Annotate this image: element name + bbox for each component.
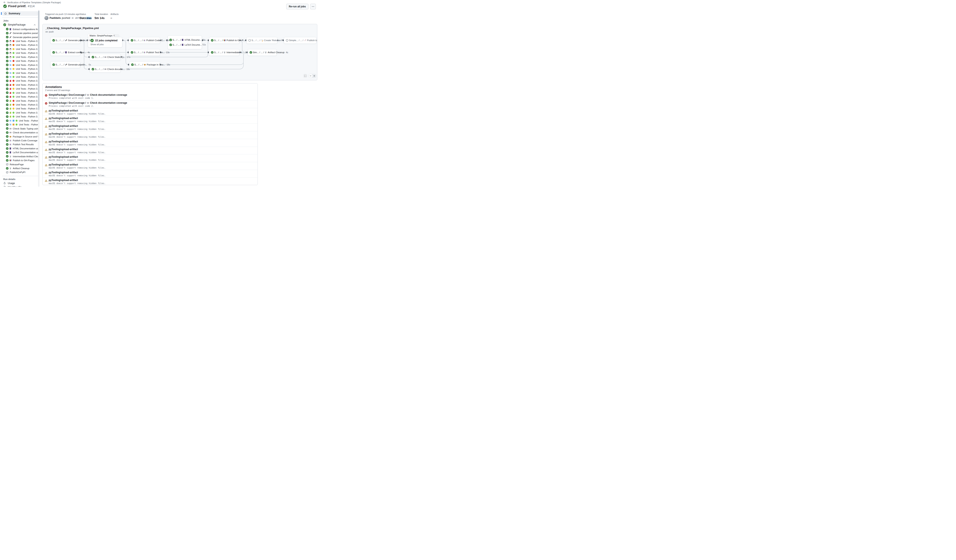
sidebar-job-item[interactable]: Unit Tests - Python 3.10 xyxy=(0,83,40,87)
annotation-job-link[interactable]: pyTooling/upload-artifact xyxy=(49,109,78,112)
sidebar-job-item[interactable]: Publish Code Coverage Results xyxy=(0,138,40,142)
chevron-up-icon[interactable] xyxy=(33,24,36,26)
matrix-group-card[interactable]: 22 jobs completed Show all jobs xyxy=(88,37,122,47)
annotation-job-link[interactable]: pyTooling/upload-artifact xyxy=(49,148,78,151)
sidebar-job-item[interactable]: Unit Tests - Python 3.12 xyxy=(0,123,40,127)
node-duration: 0s xyxy=(88,39,91,42)
zoom-out-button[interactable] xyxy=(309,74,312,77)
graph-node-gen1[interactable]: S... / ... /Generate pipelin...0s xyxy=(50,37,80,44)
sidebar-job-item[interactable]: Publish Test Results xyxy=(0,143,40,146)
pen-icon xyxy=(65,39,67,42)
artifacts-label: Artifacts xyxy=(110,13,119,15)
sidebar-job-item[interactable]: LaTeX Documentation using ... xyxy=(0,151,40,154)
sidebar-job-item[interactable]: Unit Tests - Python 3.13 xyxy=(0,55,40,59)
node-duration: 4s xyxy=(87,51,90,53)
annotation-job-link[interactable]: pyTooling/upload-artifact xyxy=(49,140,78,143)
graph-node-latex[interactable]: S... / ... /LaTeX Docume...51s xyxy=(170,44,200,46)
sidebar-job-item[interactable]: Generate pipeline parameters xyxy=(0,35,40,39)
graph-node-package[interactable]: S... / ... /Package in Sou...18s xyxy=(129,61,160,68)
penguin-icon xyxy=(9,48,12,50)
sidebar-job-item[interactable]: Unit Tests - Python 3.11 xyxy=(0,87,40,91)
sidebar-job-item[interactable]: Unit Tests - Python 3.9 xyxy=(0,59,40,63)
graph-node-gen2[interactable]: S... / ... /Generate pipelin...0s xyxy=(50,61,80,68)
annotation-job-link[interactable]: pyTooling/upload-artifact xyxy=(49,171,78,174)
sidebar-job-item[interactable]: Publish to GH-Pages xyxy=(0,158,40,162)
annotation-job-link[interactable]: pyTooling/upload-artifact xyxy=(49,179,78,182)
sidebar-job-item[interactable]: Unit Tests - Python 3.13 xyxy=(0,75,40,79)
annotation-job-link[interactable]: pyTooling/upload-artifact xyxy=(49,117,78,120)
sidebar-job-item[interactable]: PublishOnPyPI xyxy=(0,170,40,174)
graph-node-createrel[interactable]: S... / ... /Create 'Release Pa... xyxy=(246,37,277,44)
sidebar-job-item[interactable]: Unit Tests - Python 3.9 xyxy=(0,79,40,83)
sidebar-job-item[interactable]: Unit Tests - Python 3.12 xyxy=(0,51,40,55)
node-prefix: S... / ... / xyxy=(95,56,104,58)
graph-node-extract[interactable]: S... / ... /Extract configur...4s xyxy=(50,49,80,56)
sidebar-item-usage[interactable]: Usage xyxy=(0,181,40,185)
sidebar-job-item[interactable]: HTML Documentation using ... xyxy=(0,146,40,150)
sidebar-job-item[interactable]: Unit Tests - Python 3.10 xyxy=(0,43,40,47)
sidebar-job-item[interactable]: Check documentation covera... xyxy=(0,130,40,134)
eyes-icon xyxy=(87,94,89,96)
sidebar-job-item[interactable]: Intermediate Artifact Cleanup xyxy=(0,154,40,158)
sidebar-group-simplepackage[interactable]: SimplePackage xyxy=(0,23,40,27)
sidebar-job-item[interactable]: Unit Tests - Python 3.10 xyxy=(0,103,40,107)
annotation-job-link[interactable]: pyTooling/upload-artifact xyxy=(49,125,78,127)
annotation-job-link[interactable]: pyTooling/upload-artifact xyxy=(49,163,78,166)
graph-node-pubtest[interactable]: S... / ... /Publish Test Re...13s xyxy=(129,49,160,56)
sidebar-item-workflow-file[interactable]: Workflow file xyxy=(0,185,40,187)
sidebar-job-item[interactable]: Unit Tests - Python 3.10 xyxy=(0,63,40,67)
job-label: Unit Tests - Python 3.11 xyxy=(16,48,39,50)
sidebar-job-item[interactable]: Unit Tests - Python 3.12 xyxy=(0,119,40,122)
sidebar-job-item[interactable]: Unit Tests - Python 3.11 xyxy=(0,47,40,51)
avatar[interactable] xyxy=(44,16,49,20)
graph-node-pubgh[interactable]: S... / ... /Publish to GH-P...7s xyxy=(209,37,239,44)
graph-node-checkdoc[interactable]: S... / ... /Check docume...18s xyxy=(90,66,121,73)
sidebar-job-item[interactable]: Unit Tests - Python 3.12 xyxy=(0,71,40,75)
square-orange-icon xyxy=(12,123,15,126)
sidebar-job-item[interactable]: Unit Tests - Python 3.13 xyxy=(0,115,40,119)
sidebar-job-item[interactable]: Unit Tests - Python 3.12 xyxy=(0,91,40,95)
breadcrumb-link[interactable]: Verification of Pipeline Templates (Simp… xyxy=(7,1,61,4)
sidebar-item-summary[interactable]: Summary xyxy=(2,11,38,16)
zoom-in-button[interactable] xyxy=(312,74,316,77)
page-title: Fixed printf. xyxy=(8,4,27,8)
graph-node-pubcode[interactable]: S... / ... /Publish Code C...20s xyxy=(129,37,160,44)
graph-node-pubpypi[interactable]: Simple... / ... /Publish to PyPI xyxy=(284,37,316,44)
sidebar-job-item[interactable]: Unit Tests - Python 3.9 xyxy=(0,39,40,43)
check-circle-icon xyxy=(6,155,9,158)
rerun-all-jobs-button[interactable]: Re-run all jobs xyxy=(286,4,308,9)
job-label: HTML Documentation using ... xyxy=(13,147,39,150)
sidebar-job-item[interactable]: Unit Tests - Python 3.12 xyxy=(0,111,40,115)
sidebar-job-item[interactable]: Generate pipeline parameters xyxy=(0,31,40,35)
back-arrow-icon[interactable] xyxy=(3,1,6,4)
sidebar-job-item[interactable]: Unit Tests - Python 3.9 xyxy=(0,99,40,103)
graph-node-checkstatic[interactable]: S... / ... /Check Static Ty...17s xyxy=(90,54,121,61)
actor-name[interactable]: Paebbels xyxy=(50,17,61,19)
sidebar-job-item[interactable]: Package in Source and Wheel... xyxy=(0,135,40,138)
sidebar-job-item[interactable]: Artifact Cleanup xyxy=(0,166,40,170)
annotation-row-warning: pyTooling/upload-artifactmacOS doesn't s… xyxy=(42,131,258,139)
graph-node-html[interactable]: S... / ... /HTML Docume...55s xyxy=(170,39,200,41)
job-label: Unit Tests - Python 3.11 xyxy=(16,88,39,90)
annotation-message: Process completed with exit code 1. xyxy=(49,97,255,99)
sidebar-job-item[interactable]: Unit Tests - Python 3.11 xyxy=(0,107,40,111)
graph-node-artifactclean[interactable]: Sim... / ... /Artifact Cleanup4s xyxy=(248,49,277,56)
sidebar-scrollbar-thumb[interactable] xyxy=(38,11,39,110)
annotation-job-link[interactable]: pyTooling/upload-artifact xyxy=(49,155,78,158)
sidebar-job-item[interactable]: Unit Tests - Python 3.11 xyxy=(0,67,40,71)
show-all-jobs-link[interactable]: Show all jobs xyxy=(90,43,120,45)
check-circle-icon xyxy=(6,107,9,110)
annotation-title: SimplePackage / DocCoverage /Check docum… xyxy=(49,94,255,96)
graph-fullscreen-button[interactable] xyxy=(303,74,307,78)
job-label: Unit Tests - Python 3.12 xyxy=(16,92,39,94)
graph-node-intermediate[interactable]: S... / ... /Intermediate A...16s xyxy=(209,49,239,56)
annotation-job-link[interactable]: Check documentation coverage xyxy=(90,94,127,96)
sidebar-job-item[interactable]: ReleasePage xyxy=(0,162,40,166)
sidebar-job-item[interactable]: Unit Tests - Python 3.13 xyxy=(0,95,40,99)
annotation-job-link[interactable]: Check documentation coverage xyxy=(90,102,127,104)
sidebar-job-item[interactable]: Extract configurations from p... xyxy=(0,27,40,31)
annotation-row-warning: pyTooling/upload-artifactmacOS doesn't s… xyxy=(42,123,258,131)
more-options-button[interactable] xyxy=(310,4,316,9)
sidebar-job-item[interactable]: Check Static Typing using Pyt... xyxy=(0,127,40,130)
annotation-job-link[interactable]: pyTooling/upload-artifact xyxy=(49,132,78,135)
